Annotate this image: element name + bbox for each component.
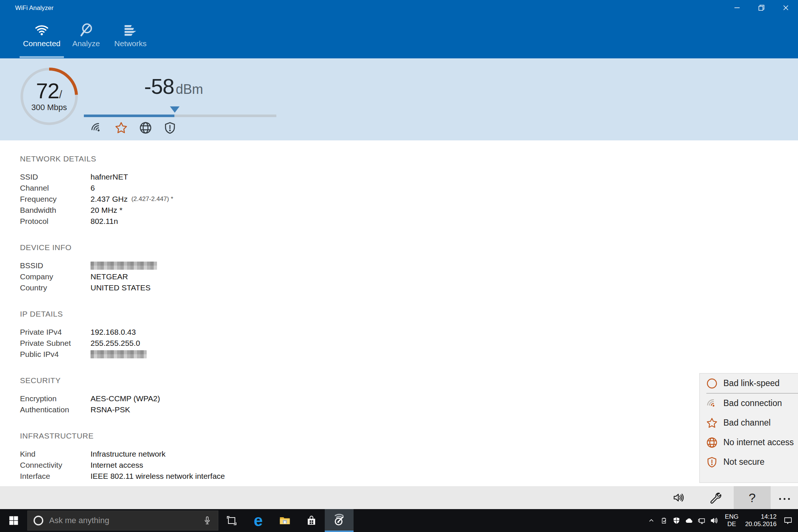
signal-strength: -58 dBm bbox=[85, 74, 262, 99]
titlebar: WiFi Analyzer bbox=[0, 0, 798, 16]
section-title: SECURITY bbox=[20, 376, 537, 387]
date: 20.05.2016 bbox=[745, 521, 777, 528]
legend-item-bad-link-speed: Bad link-speed bbox=[700, 374, 798, 393]
language-primary: ENG bbox=[725, 513, 739, 521]
tray-network-button[interactable] bbox=[695, 509, 708, 532]
start-button[interactable] bbox=[0, 509, 27, 532]
connection-icon bbox=[706, 397, 718, 410]
task-view-button[interactable] bbox=[218, 509, 245, 532]
edge-icon: e bbox=[254, 513, 263, 528]
detail-row: SSIDhafnerNET bbox=[20, 171, 537, 183]
detail-row: Protocol802.11n bbox=[20, 216, 537, 227]
detail-row: InterfaceIEEE 802.11 wireless network in… bbox=[20, 471, 537, 482]
signal-strength-bar bbox=[84, 115, 276, 117]
tray-usb-button[interactable] bbox=[658, 509, 670, 532]
signal-marker-triangle bbox=[170, 106, 180, 113]
restore-button[interactable] bbox=[749, 0, 774, 16]
restore-icon bbox=[757, 4, 765, 12]
wifi-analyzer-window: WiFi Analyzer bbox=[0, 0, 798, 532]
signal-dbm-unit: dBm bbox=[176, 82, 203, 97]
time: 14:12 bbox=[745, 513, 777, 521]
app-title: WiFi Analyzer bbox=[15, 4, 54, 12]
question-mark-icon: ? bbox=[749, 491, 756, 505]
task-view-icon bbox=[226, 515, 237, 526]
tab-networks-label: Networks bbox=[114, 39, 147, 48]
tray-chevron-button[interactable] bbox=[645, 509, 658, 532]
star-icon bbox=[706, 417, 718, 429]
clock[interactable]: 14:12 20.05.2016 bbox=[745, 513, 777, 528]
detail-row: Channel6 bbox=[20, 183, 537, 194]
tab-connected-label: Connected bbox=[23, 39, 61, 48]
section-ip-details: IP DETAILS Private IPv4192.168.0.43 Priv… bbox=[20, 310, 537, 360]
tray-onedrive-button[interactable] bbox=[683, 509, 695, 532]
tab-networks[interactable]: Networks bbox=[108, 19, 153, 58]
system-tray: ENG DE 14:12 20.05.2016 bbox=[645, 509, 798, 532]
legend-item-not-secure: Not secure bbox=[700, 452, 798, 472]
tab-analyze[interactable]: Analyze bbox=[64, 19, 108, 58]
app-header: WiFi Analyzer bbox=[0, 0, 798, 58]
nav-tabs: Connected Analyze bbox=[20, 19, 153, 58]
store-icon bbox=[306, 515, 317, 526]
close-button[interactable] bbox=[774, 0, 798, 16]
volume-icon bbox=[710, 516, 719, 525]
file-explorer-button[interactable] bbox=[272, 509, 298, 532]
detail-row: Private Subnet255.255.255.0 bbox=[20, 338, 537, 349]
wifi-analyzer-taskbar-button[interactable] bbox=[325, 509, 354, 532]
tools-button[interactable] bbox=[697, 486, 734, 509]
edge-button[interactable]: e bbox=[245, 509, 272, 532]
cortana-search-box[interactable]: Ask me anything bbox=[27, 511, 218, 531]
signal-dbm-value: -58 bbox=[144, 74, 174, 98]
redacted-public-ip-value bbox=[91, 350, 147, 358]
action-center-button[interactable] bbox=[782, 509, 794, 532]
windows-taskbar: Ask me anything e bbox=[0, 509, 798, 532]
help-button[interactable]: ? bbox=[734, 486, 771, 509]
wired-network-icon bbox=[697, 516, 706, 525]
section-title: IP DETAILS bbox=[20, 310, 537, 321]
link-speed-gauge: 72/ 300 Mbps bbox=[18, 65, 81, 128]
frequency-range-note: (2.427-2.447) * bbox=[131, 195, 173, 203]
section-infrastructure: INFRASTRUCTURE KindInfrastructure networ… bbox=[20, 432, 537, 482]
section-title: NETWORK DETAILS bbox=[20, 154, 537, 166]
search-placeholder: Ask me anything bbox=[49, 516, 202, 525]
more-button[interactable] bbox=[771, 486, 798, 509]
section-title: INFRASTRUCTURE bbox=[20, 432, 537, 443]
tab-analyze-label: Analyze bbox=[72, 39, 100, 48]
defender-shield-icon bbox=[672, 516, 681, 525]
cortana-ring-icon bbox=[33, 515, 44, 526]
tab-connected[interactable]: Connected bbox=[20, 19, 64, 58]
app-command-bar: ? bbox=[0, 486, 798, 509]
section-network-details: NETWORK DETAILS SSIDhafnerNET Channel6 F… bbox=[20, 154, 537, 227]
wifi-analyzer-icon bbox=[333, 514, 345, 526]
detail-row: CompanyNETGEAR bbox=[20, 271, 537, 282]
detail-row: CountryUNITED STATES bbox=[20, 282, 537, 293]
gauge-slash: / bbox=[59, 88, 62, 100]
circle-icon bbox=[706, 377, 718, 390]
action-center-icon bbox=[783, 516, 793, 525]
networks-list-icon bbox=[123, 21, 138, 38]
detail-row: BSSID bbox=[20, 260, 537, 271]
status-icon-row bbox=[90, 121, 177, 134]
language-indicator[interactable]: ENG DE bbox=[725, 513, 739, 528]
link-speed-value: 72 bbox=[36, 79, 59, 103]
minimize-icon bbox=[733, 4, 741, 12]
status-band: 72/ 300 Mbps -58 dBm bbox=[0, 58, 798, 140]
sound-button[interactable] bbox=[660, 486, 697, 509]
legend-item-bad-channel: Bad channel bbox=[700, 413, 798, 433]
minimize-button[interactable] bbox=[725, 0, 749, 16]
internet-status-icon bbox=[139, 121, 152, 134]
signal-fill bbox=[84, 115, 174, 117]
chevron-up-icon bbox=[647, 516, 655, 525]
wifi-icon bbox=[34, 21, 50, 38]
detail-panel: NETWORK DETAILS SSIDhafnerNET Channel6 F… bbox=[20, 140, 537, 482]
shield-icon bbox=[706, 456, 718, 468]
tray-defender-button[interactable] bbox=[670, 509, 683, 532]
legend-item-no-internet: No internet access bbox=[700, 433, 798, 452]
ellipsis-icon bbox=[779, 498, 790, 500]
microphone-icon[interactable] bbox=[202, 516, 212, 525]
security-status-icon bbox=[163, 121, 177, 134]
close-icon bbox=[782, 4, 790, 12]
analyze-magnifier-icon bbox=[78, 21, 94, 38]
store-button[interactable] bbox=[298, 509, 325, 532]
tray-volume-button[interactable] bbox=[708, 509, 720, 532]
redacted-bssid-value bbox=[91, 262, 157, 270]
